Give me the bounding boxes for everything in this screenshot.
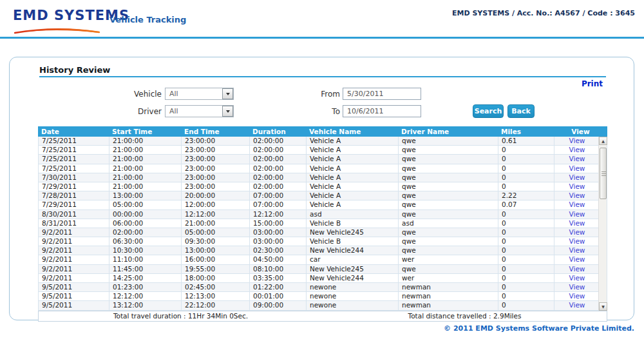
from-date-input[interactable]: [343, 88, 421, 100]
table-row: 9/2/2011 02:00:00 05:00:00 03:00:00 New …: [39, 228, 600, 237]
vertical-scrollbar[interactable]: ▲ ▼: [598, 137, 607, 311]
table-row: 9/2/2011 11:10:00 16:00:00 04:50:00 car …: [39, 255, 600, 264]
cell-miles: 0: [498, 228, 554, 237]
cell-miles: 0: [498, 255, 554, 264]
vehicle-select-dropdown-button[interactable]: [222, 88, 233, 99]
cell-start-time: 21:00:00: [109, 137, 182, 145]
cell-miles: 0: [498, 219, 554, 228]
table-body: 7/25/2011 21:00:00 23:00:00 02:00:00 Veh…: [38, 137, 607, 311]
column-header-driver-name: Driver Name: [398, 126, 498, 137]
view-link[interactable]: View: [569, 283, 585, 291]
driver-select[interactable]: All: [165, 105, 234, 117]
cell-view: View: [554, 137, 600, 145]
to-date-input[interactable]: [343, 105, 421, 117]
table-row: 7/30/2011 21:00:00 23:00:00 02:00:00 Veh…: [39, 173, 600, 182]
cell-view: View: [554, 182, 600, 191]
view-link[interactable]: View: [569, 210, 585, 218]
table-row: 7/25/2011 21:00:00 23:00:00 02:00:00 Veh…: [39, 146, 600, 155]
table-row: 7/25/2011 21:00:00 23:00:00 02:00:00 Veh…: [39, 164, 600, 173]
cell-start-time: 21:00:00: [109, 146, 182, 154]
cell-date: 8/31/2011: [39, 219, 109, 228]
cell-date: 7/25/2011: [39, 155, 109, 163]
cell-view: View: [554, 164, 600, 173]
driver-select-dropdown-button[interactable]: [222, 106, 233, 117]
view-link[interactable]: View: [569, 200, 585, 208]
cell-vehicle-name: Vehicle B: [307, 237, 399, 246]
cell-date: 9/5/2011: [39, 301, 109, 309]
column-header-view: View: [554, 126, 607, 137]
cell-duration: 01:22:00: [250, 283, 307, 291]
cell-vehicle-name: Vehicle A: [307, 137, 399, 145]
column-header-duration: Duration: [249, 126, 306, 137]
column-header-miles: Miles: [498, 126, 554, 137]
view-link[interactable]: View: [569, 228, 585, 236]
cell-end-time: 19:55:00: [182, 265, 250, 273]
cell-start-time: 12:12:00: [109, 292, 182, 300]
view-link[interactable]: View: [569, 301, 585, 309]
title-underline: [39, 76, 606, 77]
cell-driver-name: qwe: [399, 182, 498, 191]
table-row: 8/30/2011 00:00:00 12:12:00 12:12:00 asd…: [39, 210, 600, 219]
view-link[interactable]: View: [569, 155, 585, 162]
history-review-panel: History Review Print Vehicle All Driver …: [9, 57, 634, 320]
cell-date: 7/25/2011: [39, 164, 109, 173]
cell-view: View: [554, 255, 600, 264]
cell-duration: 02:00:00: [250, 146, 307, 154]
cell-start-time: 13:12:00: [109, 301, 182, 309]
table-row: 7/28/2011 13:00:00 20:00:00 07:00:00 Veh…: [39, 191, 600, 200]
table-row: 9/5/2011 01:23:00 02:45:00 01:22:00 newo…: [39, 283, 600, 292]
view-link[interactable]: View: [569, 191, 585, 199]
view-link[interactable]: View: [569, 219, 585, 227]
table-row: 9/5/2011 13:12:00 22:12:00 09:00:00 newo…: [39, 301, 600, 310]
print-link[interactable]: Print: [582, 79, 603, 88]
back-button[interactable]: Back: [507, 104, 535, 118]
search-button[interactable]: Search: [473, 104, 504, 118]
view-link[interactable]: View: [569, 292, 585, 300]
cell-start-time: 00:00:00: [109, 210, 182, 219]
view-link[interactable]: View: [569, 137, 585, 144]
table-row: 7/25/2011 21:00:00 23:00:00 02:00:00 Veh…: [39, 137, 600, 146]
view-link[interactable]: View: [569, 265, 585, 273]
view-link[interactable]: View: [569, 182, 585, 190]
cell-end-time: 21:00:00: [182, 219, 250, 228]
cell-vehicle-name: Vehicle A: [307, 191, 399, 200]
cell-date: 7/29/2011: [39, 200, 109, 209]
cell-miles: 2.22: [498, 191, 554, 200]
view-link[interactable]: View: [569, 255, 585, 263]
cell-vehicle-name: asd: [307, 210, 399, 219]
view-link[interactable]: View: [569, 274, 585, 282]
cell-view: View: [554, 237, 600, 246]
cell-end-time: 13:00:00: [182, 246, 250, 255]
table-row: 8/31/2011 06:00:00 21:00:00 15:00:00 Veh…: [39, 219, 600, 228]
cell-view: View: [554, 173, 600, 182]
cell-vehicle-name: newone: [307, 292, 399, 300]
driver-label: Driver: [113, 107, 162, 116]
cell-view: View: [554, 200, 600, 209]
cell-driver-name: qwe: [399, 155, 498, 163]
view-link[interactable]: View: [569, 246, 585, 254]
cell-date: 9/2/2011: [39, 265, 109, 273]
cell-miles: 0: [498, 155, 554, 163]
table-row: 9/2/2011 10:30:00 13:00:00 02:30:00 New …: [39, 246, 600, 255]
scroll-up-button[interactable]: ▲: [599, 137, 607, 145]
view-link[interactable]: View: [569, 164, 585, 172]
cell-duration: 07:00:00: [250, 200, 307, 209]
cell-vehicle-name: Vehicle A: [307, 146, 399, 154]
cell-driver-name: qwe: [399, 164, 498, 173]
table-row: 7/25/2011 21:00:00 23:00:00 02:00:00 Veh…: [39, 155, 600, 164]
cell-view: View: [554, 292, 600, 300]
view-link[interactable]: View: [569, 237, 585, 245]
scroll-down-button[interactable]: ▼: [599, 302, 607, 311]
scrollbar-thumb[interactable]: [600, 148, 607, 199]
view-link[interactable]: View: [569, 146, 585, 153]
cell-view: View: [554, 301, 600, 309]
cell-miles: 0: [498, 146, 554, 154]
table-header-row: Date Start Time End Time Duration Vehicl…: [38, 126, 607, 137]
cell-date: 7/29/2011: [39, 182, 109, 191]
cell-duration: 03:00:00: [250, 228, 307, 237]
cell-vehicle-name: New Vehicle244: [307, 246, 399, 255]
cell-start-time: 13:00:00: [109, 191, 182, 200]
table-row: 9/2/2011 11:45:00 19:55:00 08:10:00 New …: [39, 265, 600, 274]
vehicle-select[interactable]: All: [165, 88, 234, 100]
view-link[interactable]: View: [569, 173, 585, 181]
